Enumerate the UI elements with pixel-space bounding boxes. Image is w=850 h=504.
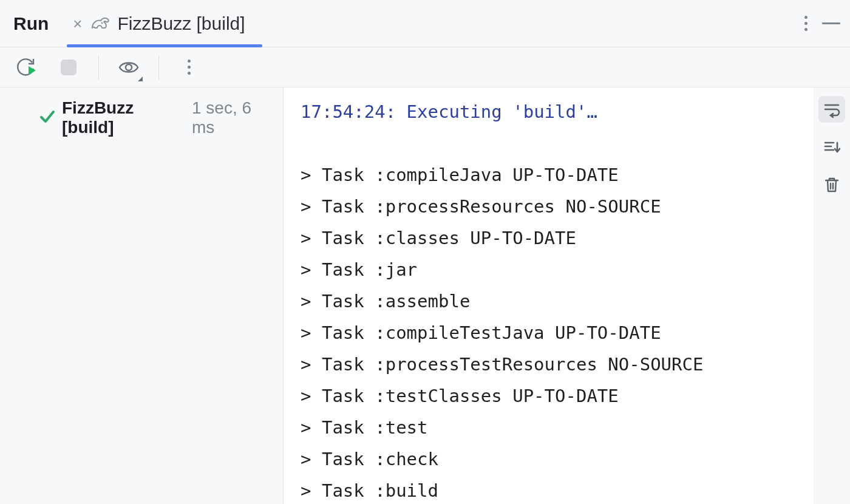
toolbar-separator	[98, 55, 99, 80]
gradle-icon	[90, 15, 110, 33]
success-check-icon	[39, 108, 56, 128]
console-timestamp: 17:54:24	[301, 101, 386, 122]
more-actions-button[interactable]	[176, 55, 202, 80]
run-tab-bar: Run × FizzBuzz [build]	[0, 0, 850, 47]
run-options-icon[interactable]	[793, 16, 818, 31]
rerun-button[interactable]	[13, 55, 39, 80]
task-name: FizzBuzz [build]	[62, 98, 182, 137]
close-tab-icon[interactable]: ×	[73, 16, 82, 32]
stop-icon	[61, 60, 76, 75]
scroll-to-end-button[interactable]	[818, 134, 845, 160]
run-tab-fizzbuzz-build[interactable]: × FizzBuzz [build]	[70, 0, 258, 47]
toolbar-separator	[158, 55, 159, 80]
console-gutter	[814, 87, 850, 504]
run-tab-label: FizzBuzz [build]	[118, 13, 245, 34]
minimize-panel-icon[interactable]	[818, 22, 844, 24]
console-output[interactable]: 17:54:24: Executing 'build'… > Task :com…	[284, 87, 814, 504]
panel-title: Run	[13, 13, 49, 34]
task-duration: 1 sec, 6 ms	[192, 98, 273, 137]
task-row[interactable]: FizzBuzz [build] 1 sec, 6 ms	[10, 98, 273, 137]
stop-button[interactable]	[56, 55, 81, 80]
svg-point-0	[101, 22, 103, 24]
view-options-button[interactable]	[116, 55, 141, 80]
soft-wrap-button[interactable]	[818, 96, 845, 123]
run-toolbar	[0, 47, 850, 87]
clear-console-button[interactable]	[818, 171, 845, 198]
svg-point-1	[126, 64, 132, 70]
task-tree: FizzBuzz [build] 1 sec, 6 ms	[0, 87, 284, 504]
